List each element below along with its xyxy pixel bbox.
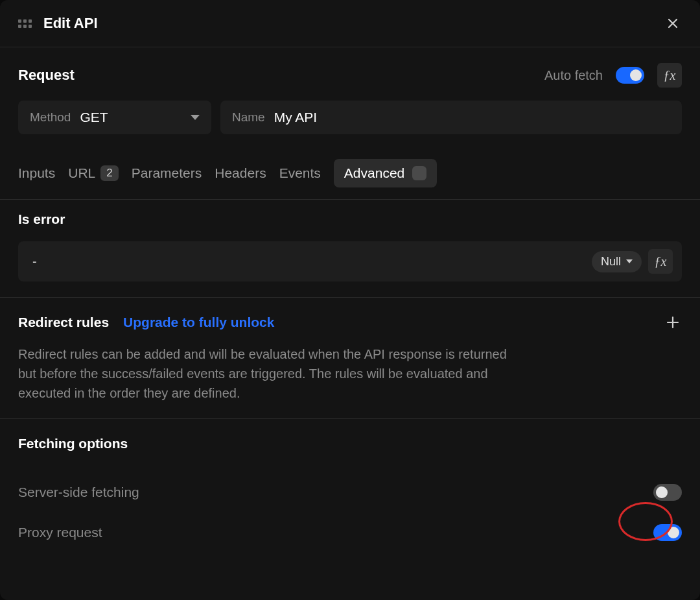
server-side-fetching-toggle[interactable] [653, 484, 682, 501]
fx-button[interactable]: ƒx [648, 249, 673, 274]
advanced-badge [412, 166, 426, 180]
tab-url[interactable]: URL 2 [68, 159, 118, 187]
tab-inputs[interactable]: Inputs [18, 159, 55, 187]
name-value: My API [274, 110, 318, 125]
panel-title: Edit API [43, 15, 652, 32]
close-button[interactable] [664, 14, 682, 32]
is-error-input[interactable]: - Null ƒx [18, 241, 682, 282]
fetching-options-title: Fetching options [18, 436, 682, 451]
proxy-request-label: Proxy request [18, 525, 102, 540]
method-select[interactable]: Method GET [18, 101, 211, 134]
chevron-down-icon [626, 259, 633, 263]
tab-advanced[interactable]: Advanced [334, 159, 437, 187]
method-label: Method [30, 110, 71, 125]
fx-button[interactable]: ƒx [657, 63, 682, 88]
chevron-down-icon [191, 115, 200, 120]
tab-parameters[interactable]: Parameters [132, 159, 202, 187]
type-dropdown[interactable]: Null [592, 251, 642, 272]
is-error-value: - [32, 254, 585, 269]
server-side-fetching-label: Server-side fetching [18, 485, 139, 500]
redirect-rules-title: Redirect rules [18, 315, 109, 330]
tab-headers[interactable]: Headers [215, 159, 266, 187]
drag-handle-icon[interactable] [18, 19, 32, 28]
redirect-description: Redirect rules can be added and will be … [18, 344, 524, 403]
auto-fetch-label: Auto fetch [544, 68, 603, 83]
name-input[interactable]: Name My API [220, 101, 682, 134]
is-error-label: Is error [18, 211, 682, 227]
url-badge: 2 [100, 165, 118, 181]
method-value: GET [80, 110, 181, 125]
tab-events[interactable]: Events [279, 159, 321, 187]
request-section-title: Request [18, 67, 75, 84]
name-label: Name [232, 110, 265, 125]
auto-fetch-toggle[interactable] [616, 67, 644, 84]
add-rule-button[interactable] [664, 313, 682, 331]
proxy-request-toggle[interactable] [653, 524, 682, 541]
upgrade-link[interactable]: Upgrade to fully unlock [123, 315, 274, 330]
